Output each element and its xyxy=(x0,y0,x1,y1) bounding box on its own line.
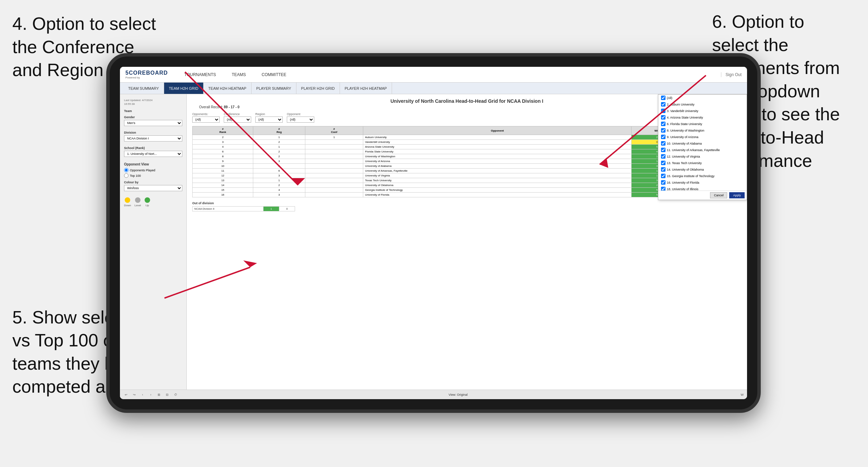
reg-cell: 4 xyxy=(253,188,305,193)
opponent-name-cell: University of Alabama xyxy=(363,164,632,169)
reg-cell: 1 xyxy=(253,135,305,140)
opponent-select[interactable]: (All) xyxy=(287,116,314,123)
subnav-team-summary[interactable]: TEAM SUMMARY xyxy=(123,83,164,94)
subnav-team-h2h-heatmap[interactable]: TEAM H2H HEATMAP xyxy=(204,83,252,94)
dropdown-item-label: 13. Texas Tech University xyxy=(667,161,702,165)
rank-cell: 4 xyxy=(193,145,253,149)
nav-teams[interactable]: TEAMS xyxy=(229,71,248,78)
forward-icon[interactable]: › xyxy=(148,392,154,397)
division-label: Division xyxy=(124,131,182,134)
subnav-team-h2h-grid[interactable]: TEAM H2H GRID xyxy=(164,83,204,94)
nav-tournaments[interactable]: TOURNAMENTS xyxy=(182,71,219,78)
opponent-name-cell: Arizona State University xyxy=(363,145,632,149)
school-select[interactable]: 1. University of Nort... xyxy=(124,151,182,157)
back-icon[interactable]: ‹ xyxy=(140,392,145,397)
nav-committee[interactable]: COMMITTEE xyxy=(259,71,289,78)
dropdown-item[interactable]: 18. University of Illinois xyxy=(658,186,747,191)
opponent-name-cell: University of Oklahoma xyxy=(363,183,632,188)
dropdown-item[interactable]: 9. University of Arizona xyxy=(658,134,747,140)
opponent-name-cell: Georgia Institute of Technology xyxy=(363,188,632,193)
opponents-label: Opponents: xyxy=(192,112,220,116)
conf-cell xyxy=(305,173,363,178)
out-div-name: NCAA Division II xyxy=(193,207,264,211)
dropdown-item-label: 15. Georgia Institute of Technology xyxy=(667,174,714,178)
apply-button[interactable]: Apply xyxy=(729,192,745,198)
subnav-player-h2h-grid[interactable]: PLAYER H2H GRID xyxy=(296,83,340,94)
clock-icon[interactable]: ⏱ xyxy=(173,392,178,397)
conf-cell xyxy=(305,154,363,159)
toolbar-bottom: ↩ ↪ ‹ › ⊞ ⊟ ⏱ View: Original W xyxy=(120,390,747,399)
opponent-dropdown[interactable]: (All)2. Auburn University3. Vanderbilt U… xyxy=(658,94,747,200)
opponent-name-cell: University of Arizona xyxy=(363,159,632,164)
division-select[interactable]: NCAA Division I xyxy=(124,135,182,142)
reg-cell: 5 xyxy=(253,164,305,169)
dropdown-item-label: 3. Vanderbilt University xyxy=(667,109,698,113)
dropdown-item[interactable]: 6. Florida State University xyxy=(658,121,747,127)
out-div-loss: 0 xyxy=(279,207,295,211)
rank-cell: 12 xyxy=(193,173,253,178)
dropdown-item[interactable]: 8. University of Washington xyxy=(658,127,747,134)
color-down-label: Down xyxy=(124,204,131,207)
radio-top100[interactable]: Top 100 xyxy=(124,173,182,178)
dropdown-item[interactable]: 14. University of Oklahoma xyxy=(658,166,747,173)
region-select[interactable]: (All) xyxy=(255,116,283,123)
rank-cell: 2 xyxy=(193,135,253,140)
dropdown-item[interactable]: 4. Arizona State University xyxy=(658,114,747,121)
dropdown-item-label: 10. University of Alabama xyxy=(667,142,702,145)
color-legend: Down Level Up xyxy=(124,197,182,207)
copy-icon[interactable]: ⊞ xyxy=(156,392,162,397)
reg-cell: 1 xyxy=(253,145,305,149)
nav-signout[interactable]: Sign Out xyxy=(721,72,742,77)
dropdown-item-label: 6. Florida State University xyxy=(667,122,702,126)
col-conf: #Conf xyxy=(305,126,363,135)
reg-cell: 2 xyxy=(253,183,305,188)
dropdown-item[interactable]: 13. Texas Tech University xyxy=(658,160,747,166)
conf-cell xyxy=(305,159,363,164)
dropdown-item[interactable]: 10. University of Alabama xyxy=(658,140,747,147)
gender-select[interactable]: Men's xyxy=(124,120,182,126)
opponent-filter: Opponent (All) xyxy=(287,112,314,123)
opponent-name-cell: Vanderbilt University xyxy=(363,140,632,145)
dropdown-item[interactable]: 11. University of Arkansas, Fayetteville xyxy=(658,147,747,153)
subnav-player-h2h-heatmap[interactable]: PLAYER H2H HEATMAP xyxy=(340,83,392,94)
color-down xyxy=(125,197,130,203)
rank-cell: 16 xyxy=(193,193,253,197)
out-div-win: 1 xyxy=(264,207,279,211)
dropdown-item-label: 9. University of Arizona xyxy=(667,135,698,139)
color-up xyxy=(145,197,150,203)
print-icon[interactable]: ⊟ xyxy=(164,392,170,397)
logo: 5COREBOARD Powered by xyxy=(125,70,168,79)
dropdown-item[interactable]: 15. Georgia Institute of Technology xyxy=(658,173,747,179)
tablet-screen: 5COREBOARD Powered by TOURNAMENTS TEAMS … xyxy=(120,67,747,399)
dropdown-item-label: 2. Auburn University xyxy=(667,103,695,106)
opponent-view-group: Opponents Played Top 100 xyxy=(124,168,182,178)
out-of-division: Out of division NCAA Division II 1 0 xyxy=(192,201,742,211)
opponent-name-cell: University of Washington xyxy=(363,154,632,159)
radio-opponents-played[interactable]: Opponents Played xyxy=(124,168,182,172)
dropdown-item-label: 16. University of Florida xyxy=(667,181,699,184)
cancel-button[interactable]: Cancel xyxy=(710,192,727,198)
dropdown-item[interactable]: 2. Auburn University xyxy=(658,101,747,108)
conf-cell xyxy=(305,188,363,193)
dropdown-item[interactable]: 12. University of Virginia xyxy=(658,153,747,160)
redo-icon[interactable]: ↪ xyxy=(132,392,137,397)
conference-label: Conference xyxy=(224,112,251,116)
dropdown-item[interactable]: 3. Vanderbilt University xyxy=(658,108,747,114)
conf-cell xyxy=(305,149,363,154)
conf-cell xyxy=(305,183,363,188)
colour-select[interactable]: Win/loss xyxy=(124,185,182,191)
rank-cell: 9 xyxy=(193,159,253,164)
gender-label: Gender xyxy=(124,115,182,119)
dropdown-item[interactable]: 16. University of Florida xyxy=(658,179,747,186)
col-rank: #Rank xyxy=(193,126,253,135)
region-label: Region xyxy=(255,112,283,116)
view-label: View: Original xyxy=(449,393,467,396)
region-filter: Region (All) xyxy=(255,112,283,123)
opponents-select[interactable]: (All) xyxy=(192,116,220,123)
undo-icon[interactable]: ↩ xyxy=(123,392,129,397)
conference-select[interactable]: (All) xyxy=(224,116,251,123)
opponent-label: Opponent xyxy=(287,112,314,116)
conf-cell xyxy=(305,169,363,173)
subnav-player-summary[interactable]: PLAYER SUMMARY xyxy=(252,83,296,94)
dropdown-item[interactable]: (All) xyxy=(658,95,747,101)
